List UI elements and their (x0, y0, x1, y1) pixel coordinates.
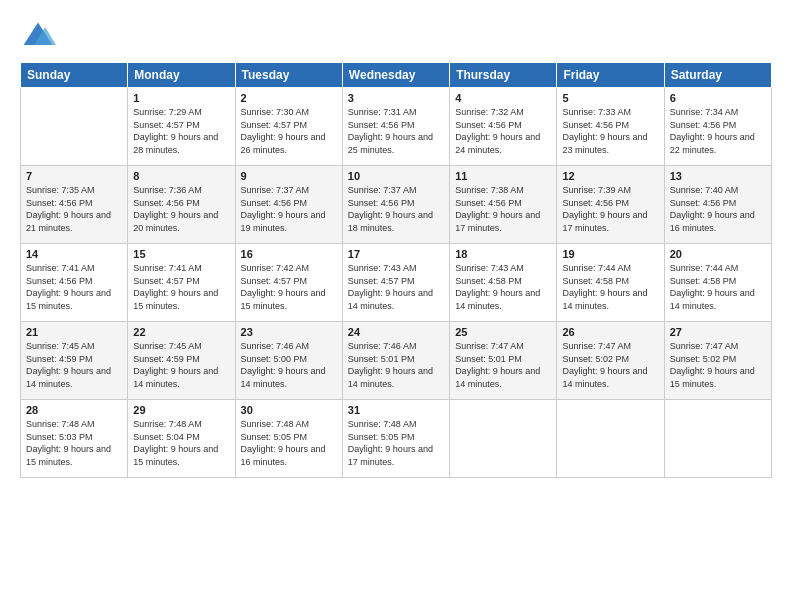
day-info: Sunrise: 7:48 AM Sunset: 5:03 PM Dayligh… (26, 418, 122, 468)
calendar-week-3: 14Sunrise: 7:41 AM Sunset: 4:56 PM Dayli… (21, 244, 772, 322)
day-info: Sunrise: 7:39 AM Sunset: 4:56 PM Dayligh… (562, 184, 658, 234)
day-number: 13 (670, 170, 766, 182)
calendar-week-5: 28Sunrise: 7:48 AM Sunset: 5:03 PM Dayli… (21, 400, 772, 478)
calendar-cell: 17Sunrise: 7:43 AM Sunset: 4:57 PM Dayli… (342, 244, 449, 322)
day-info: Sunrise: 7:46 AM Sunset: 5:01 PM Dayligh… (348, 340, 444, 390)
calendar-cell: 26Sunrise: 7:47 AM Sunset: 5:02 PM Dayli… (557, 322, 664, 400)
calendar-cell: 18Sunrise: 7:43 AM Sunset: 4:58 PM Dayli… (450, 244, 557, 322)
day-info: Sunrise: 7:41 AM Sunset: 4:57 PM Dayligh… (133, 262, 229, 312)
day-number: 12 (562, 170, 658, 182)
day-info: Sunrise: 7:48 AM Sunset: 5:04 PM Dayligh… (133, 418, 229, 468)
calendar-header-friday: Friday (557, 63, 664, 88)
calendar-cell: 29Sunrise: 7:48 AM Sunset: 5:04 PM Dayli… (128, 400, 235, 478)
calendar-header-tuesday: Tuesday (235, 63, 342, 88)
calendar-header-row: SundayMondayTuesdayWednesdayThursdayFrid… (21, 63, 772, 88)
calendar-cell: 25Sunrise: 7:47 AM Sunset: 5:01 PM Dayli… (450, 322, 557, 400)
day-number: 17 (348, 248, 444, 260)
calendar-header-sunday: Sunday (21, 63, 128, 88)
calendar-header-thursday: Thursday (450, 63, 557, 88)
logo-icon (20, 18, 56, 54)
day-number: 31 (348, 404, 444, 416)
day-number: 14 (26, 248, 122, 260)
calendar-cell: 20Sunrise: 7:44 AM Sunset: 4:58 PM Dayli… (664, 244, 771, 322)
day-info: Sunrise: 7:41 AM Sunset: 4:56 PM Dayligh… (26, 262, 122, 312)
day-info: Sunrise: 7:44 AM Sunset: 4:58 PM Dayligh… (670, 262, 766, 312)
calendar-week-1: 1Sunrise: 7:29 AM Sunset: 4:57 PM Daylig… (21, 88, 772, 166)
calendar-cell: 23Sunrise: 7:46 AM Sunset: 5:00 PM Dayli… (235, 322, 342, 400)
calendar-cell: 10Sunrise: 7:37 AM Sunset: 4:56 PM Dayli… (342, 166, 449, 244)
calendar-week-4: 21Sunrise: 7:45 AM Sunset: 4:59 PM Dayli… (21, 322, 772, 400)
day-number: 19 (562, 248, 658, 260)
day-number: 27 (670, 326, 766, 338)
calendar-cell: 15Sunrise: 7:41 AM Sunset: 4:57 PM Dayli… (128, 244, 235, 322)
logo (20, 18, 60, 54)
calendar-table: SundayMondayTuesdayWednesdayThursdayFrid… (20, 62, 772, 478)
day-info: Sunrise: 7:47 AM Sunset: 5:01 PM Dayligh… (455, 340, 551, 390)
calendar-cell: 12Sunrise: 7:39 AM Sunset: 4:56 PM Dayli… (557, 166, 664, 244)
day-number: 22 (133, 326, 229, 338)
calendar-cell: 31Sunrise: 7:48 AM Sunset: 5:05 PM Dayli… (342, 400, 449, 478)
day-number: 18 (455, 248, 551, 260)
day-info: Sunrise: 7:30 AM Sunset: 4:57 PM Dayligh… (241, 106, 337, 156)
day-info: Sunrise: 7:34 AM Sunset: 4:56 PM Dayligh… (670, 106, 766, 156)
day-info: Sunrise: 7:45 AM Sunset: 4:59 PM Dayligh… (133, 340, 229, 390)
calendar-cell: 6Sunrise: 7:34 AM Sunset: 4:56 PM Daylig… (664, 88, 771, 166)
day-info: Sunrise: 7:37 AM Sunset: 4:56 PM Dayligh… (348, 184, 444, 234)
calendar-cell (450, 400, 557, 478)
day-info: Sunrise: 7:47 AM Sunset: 5:02 PM Dayligh… (562, 340, 658, 390)
day-number: 28 (26, 404, 122, 416)
day-number: 1 (133, 92, 229, 104)
day-number: 15 (133, 248, 229, 260)
calendar-cell: 2Sunrise: 7:30 AM Sunset: 4:57 PM Daylig… (235, 88, 342, 166)
day-info: Sunrise: 7:32 AM Sunset: 4:56 PM Dayligh… (455, 106, 551, 156)
day-number: 20 (670, 248, 766, 260)
calendar-cell: 16Sunrise: 7:42 AM Sunset: 4:57 PM Dayli… (235, 244, 342, 322)
calendar-cell: 21Sunrise: 7:45 AM Sunset: 4:59 PM Dayli… (21, 322, 128, 400)
day-info: Sunrise: 7:35 AM Sunset: 4:56 PM Dayligh… (26, 184, 122, 234)
calendar-cell: 27Sunrise: 7:47 AM Sunset: 5:02 PM Dayli… (664, 322, 771, 400)
day-info: Sunrise: 7:43 AM Sunset: 4:58 PM Dayligh… (455, 262, 551, 312)
day-number: 8 (133, 170, 229, 182)
calendar-cell: 9Sunrise: 7:37 AM Sunset: 4:56 PM Daylig… (235, 166, 342, 244)
day-number: 2 (241, 92, 337, 104)
header (20, 18, 772, 54)
day-info: Sunrise: 7:44 AM Sunset: 4:58 PM Dayligh… (562, 262, 658, 312)
day-number: 24 (348, 326, 444, 338)
calendar-cell: 8Sunrise: 7:36 AM Sunset: 4:56 PM Daylig… (128, 166, 235, 244)
day-info: Sunrise: 7:37 AM Sunset: 4:56 PM Dayligh… (241, 184, 337, 234)
calendar-cell: 28Sunrise: 7:48 AM Sunset: 5:03 PM Dayli… (21, 400, 128, 478)
day-number: 10 (348, 170, 444, 182)
day-number: 30 (241, 404, 337, 416)
calendar-cell: 24Sunrise: 7:46 AM Sunset: 5:01 PM Dayli… (342, 322, 449, 400)
day-info: Sunrise: 7:29 AM Sunset: 4:57 PM Dayligh… (133, 106, 229, 156)
day-info: Sunrise: 7:48 AM Sunset: 5:05 PM Dayligh… (241, 418, 337, 468)
day-number: 11 (455, 170, 551, 182)
day-number: 21 (26, 326, 122, 338)
calendar-cell: 7Sunrise: 7:35 AM Sunset: 4:56 PM Daylig… (21, 166, 128, 244)
day-number: 25 (455, 326, 551, 338)
calendar-cell: 3Sunrise: 7:31 AM Sunset: 4:56 PM Daylig… (342, 88, 449, 166)
calendar-header-saturday: Saturday (664, 63, 771, 88)
day-number: 29 (133, 404, 229, 416)
calendar-week-2: 7Sunrise: 7:35 AM Sunset: 4:56 PM Daylig… (21, 166, 772, 244)
day-info: Sunrise: 7:46 AM Sunset: 5:00 PM Dayligh… (241, 340, 337, 390)
day-number: 16 (241, 248, 337, 260)
calendar-cell: 30Sunrise: 7:48 AM Sunset: 5:05 PM Dayli… (235, 400, 342, 478)
day-number: 7 (26, 170, 122, 182)
day-info: Sunrise: 7:43 AM Sunset: 4:57 PM Dayligh… (348, 262, 444, 312)
calendar-cell: 19Sunrise: 7:44 AM Sunset: 4:58 PM Dayli… (557, 244, 664, 322)
day-number: 26 (562, 326, 658, 338)
page: SundayMondayTuesdayWednesdayThursdayFrid… (0, 0, 792, 612)
calendar-cell: 1Sunrise: 7:29 AM Sunset: 4:57 PM Daylig… (128, 88, 235, 166)
calendar-cell: 5Sunrise: 7:33 AM Sunset: 4:56 PM Daylig… (557, 88, 664, 166)
calendar-cell: 13Sunrise: 7:40 AM Sunset: 4:56 PM Dayli… (664, 166, 771, 244)
day-number: 9 (241, 170, 337, 182)
day-info: Sunrise: 7:42 AM Sunset: 4:57 PM Dayligh… (241, 262, 337, 312)
calendar-cell: 22Sunrise: 7:45 AM Sunset: 4:59 PM Dayli… (128, 322, 235, 400)
calendar-cell: 4Sunrise: 7:32 AM Sunset: 4:56 PM Daylig… (450, 88, 557, 166)
calendar-cell (557, 400, 664, 478)
calendar-cell (664, 400, 771, 478)
day-info: Sunrise: 7:33 AM Sunset: 4:56 PM Dayligh… (562, 106, 658, 156)
day-number: 5 (562, 92, 658, 104)
day-number: 23 (241, 326, 337, 338)
